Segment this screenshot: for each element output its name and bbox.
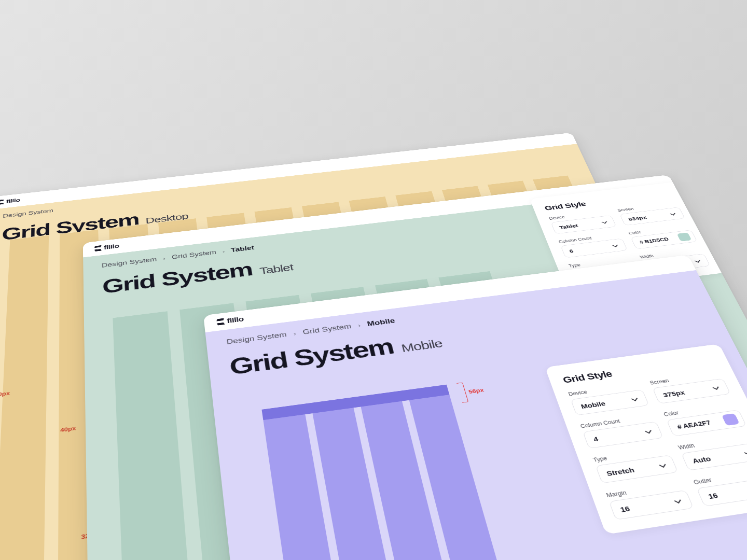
chevron-down-icon: [601, 220, 608, 225]
crumb[interactable]: Grid System: [171, 249, 216, 261]
value: Mobile: [580, 400, 606, 410]
value: 16: [707, 491, 719, 500]
value: 16: [619, 504, 631, 513]
chevron-down-icon: [694, 258, 702, 263]
title-variant: Mobile: [400, 337, 444, 355]
value: Tablet: [558, 223, 578, 230]
crumb-current: Mobile: [366, 317, 396, 328]
chevron-right-icon: ›: [163, 256, 165, 261]
logo-icon: [0, 200, 4, 205]
field-screen: Screen 834px: [617, 202, 685, 226]
chevron-right-icon: ›: [222, 248, 225, 254]
value: # AEA2F7: [676, 419, 712, 430]
value: 4: [592, 435, 600, 443]
brand-name: filllo: [104, 243, 119, 251]
field-column-count: Column Count 6: [558, 232, 628, 258]
crumb[interactable]: Grid System: [302, 323, 352, 336]
value: 834px: [627, 215, 647, 221]
field-column-count: Column Count 4: [579, 413, 663, 449]
grid-preview-mobile: 56px: [261, 385, 505, 560]
crumb[interactable]: Design System: [102, 256, 157, 269]
chevron-down-icon: [630, 396, 640, 402]
logo-icon: [217, 318, 225, 326]
field-screen: Screen 375px: [649, 371, 731, 404]
crumb[interactable]: Design System: [226, 331, 287, 346]
value: 6: [569, 248, 574, 254]
value: Auto: [691, 455, 712, 465]
chevron-down-icon: [658, 461, 668, 469]
logo-icon: [95, 245, 101, 251]
brand-logo: filllo: [217, 315, 244, 326]
chevron-down-icon: [711, 384, 721, 390]
field-width: Width Auto: [677, 434, 747, 470]
chevron-down-icon: [743, 449, 747, 456]
brand-name: filllo: [6, 197, 20, 204]
chevron-right-icon: ›: [357, 322, 361, 328]
chevron-down-icon: [669, 212, 677, 216]
field-gutter: Gutter 16: [693, 468, 747, 507]
field-color: Color # B1D5CD: [628, 224, 697, 249]
color-swatch: [677, 232, 692, 241]
field-margin: Margin 16: [605, 481, 694, 520]
crumb-current: Tablet: [230, 245, 254, 254]
field-device: Device Tablet: [548, 209, 616, 234]
value: Stretch: [605, 466, 635, 477]
brand-logo: filllo: [0, 197, 20, 205]
brand-name: filllo: [227, 315, 244, 325]
grid-style-panel: Grid Style Device Mobile Screen 375px: [545, 344, 747, 535]
crumb[interactable]: Design System: [3, 208, 53, 219]
title-variant: Tablet: [259, 262, 294, 276]
chevron-down-icon: [644, 428, 654, 435]
brand-logo: filllo: [95, 243, 119, 252]
field-device: Device Mobile: [568, 382, 649, 415]
annotation-value: 56px: [468, 387, 485, 395]
chevron-right-icon: ›: [293, 330, 297, 337]
value: 375px: [662, 389, 686, 399]
color-swatch: [722, 413, 740, 426]
value: # B1D5CD: [639, 236, 670, 245]
annotation-top-margin: 56px: [457, 380, 487, 403]
field-color: Color # AEA2F7: [663, 402, 747, 437]
stage: filllo Design System Grid System Desktop…: [0, 0, 747, 560]
chevron-down-icon: [673, 497, 683, 505]
chevron-down-icon: [612, 243, 619, 248]
field-type: Type Stretch: [592, 446, 678, 484]
